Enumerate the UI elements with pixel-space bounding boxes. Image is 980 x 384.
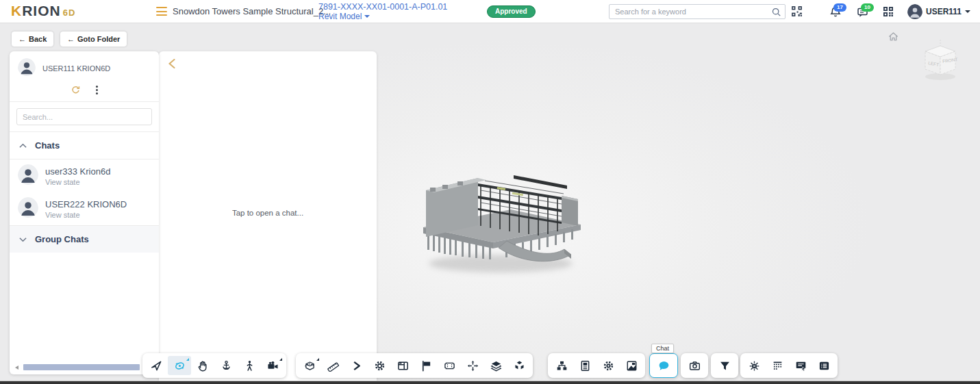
- toolbar-group-screenshot: [681, 353, 708, 378]
- collapse-panel-button[interactable]: [167, 58, 177, 72]
- presentation-tool-button[interactable]: [789, 356, 812, 375]
- chevron-left-icon: [167, 58, 177, 69]
- measure-icon: [327, 360, 339, 372]
- document-number[interactable]: 7891-XXXX-XX01-0001-A-P01.01: [318, 2, 447, 12]
- first-person-tool-button[interactable]: [238, 356, 261, 375]
- messages-count-badge: 10: [861, 3, 874, 12]
- contact-avatar: [18, 164, 38, 188]
- flyout-caret-icon: [186, 358, 189, 361]
- model-tree-tool-button[interactable]: [550, 356, 573, 375]
- contact-avatar: [18, 197, 38, 220]
- move-icon: [467, 360, 479, 372]
- chevron-right-icon: [351, 360, 362, 372]
- caret-down-icon: [364, 15, 370, 18]
- chat-list-panel: USER111 KRION6D Chats user333 Krion6dVie…: [10, 51, 159, 374]
- logo-6d: 6D: [63, 8, 76, 18]
- zoom-anchor-icon: [221, 360, 232, 372]
- refresh-button[interactable]: [71, 85, 81, 95]
- ticket-tool-button[interactable]: [438, 356, 461, 375]
- building-model-3d[interactable]: [410, 157, 594, 283]
- section-chats[interactable]: Chats: [10, 132, 159, 159]
- orbit-tool-button[interactable]: [168, 356, 191, 375]
- window-bottom-edge: [0, 381, 980, 384]
- document-info: 7891-XXXX-XX01-0001-A-P01.01 Revit Model: [318, 2, 447, 21]
- walk-icon: [244, 360, 255, 372]
- report-list-tool-button[interactable]: [812, 356, 835, 375]
- home-view-button[interactable]: [888, 31, 899, 45]
- clash-detection-tool-button[interactable]: [742, 356, 766, 375]
- toolbar-group-model-tools: [296, 353, 533, 378]
- report-list-icon: [818, 360, 830, 372]
- filter-icon: [719, 360, 731, 372]
- preferences-tool-button[interactable]: [596, 356, 620, 375]
- gear-solid-icon: [603, 360, 614, 372]
- search-icon[interactable]: [771, 7, 781, 20]
- toolbar-group-analysis: [740, 353, 838, 378]
- scrollbar-thumb[interactable]: [23, 364, 140, 370]
- app-logo[interactable]: KRION6D: [11, 3, 75, 19]
- scroll-left-icon[interactable]: [15, 366, 18, 370]
- notifications-button[interactable]: 17: [829, 6, 842, 21]
- model-file-name[interactable]: Snowdon Towers Sample Structural_2...: [173, 6, 331, 16]
- properties-tool-button[interactable]: [573, 356, 596, 375]
- view-cube[interactable]: LEFT FRONT: [916, 40, 964, 85]
- chat-tool-button[interactable]: [652, 356, 675, 375]
- document-type-dropdown[interactable]: Revit Model: [318, 12, 447, 21]
- panels-tool-button[interactable]: [391, 356, 414, 375]
- contact-status: View state: [45, 211, 127, 219]
- section-group-chats[interactable]: Group Chats: [10, 225, 159, 253]
- move-tool-button[interactable]: [461, 356, 484, 375]
- krion-app: KRION6D Snowdon Towers Sample Structural…: [0, 0, 980, 384]
- more-options-icon[interactable]: [96, 89, 98, 91]
- goto-folder-button[interactable]: ←Goto Folder: [60, 31, 127, 47]
- home-icon: [888, 31, 899, 42]
- chat-bubble-icon: [658, 360, 670, 372]
- chat-tooltip: Chat: [651, 344, 674, 353]
- camera-tool-button[interactable]: [261, 356, 284, 375]
- explode-tool-button[interactable]: [507, 356, 531, 375]
- layers-icon: [490, 360, 502, 372]
- caret-down-icon: [965, 10, 970, 13]
- gear-outline-icon: [374, 360, 386, 372]
- select-icon: [151, 360, 162, 372]
- qr-grid-icon[interactable]: [882, 5, 894, 21]
- section-box-icon: [304, 360, 316, 372]
- flyout-caret-icon: [279, 358, 282, 361]
- back-button[interactable]: ←Back: [12, 31, 53, 47]
- layers-tool-button[interactable]: [484, 356, 507, 375]
- top-header: KRION6D Snowdon Towers Sample Structural…: [0, 0, 980, 23]
- next-tool-button[interactable]: [344, 356, 368, 375]
- contact-name: USER222 KRION6D: [45, 199, 127, 209]
- chat-list-item[interactable]: user333 Krion6dView state: [10, 159, 159, 192]
- user-name: USER111: [926, 7, 962, 16]
- screenshot-tool-button[interactable]: [683, 356, 706, 375]
- chat-list-item[interactable]: USER222 KRION6DView state: [10, 192, 159, 225]
- pan-tool-button[interactable]: [191, 356, 214, 375]
- owner-name: USER111 KRION6D: [42, 64, 110, 73]
- horizontal-scrollbar[interactable]: [15, 364, 153, 370]
- contact-status: View state: [45, 178, 110, 186]
- zoom-tool-button[interactable]: [214, 356, 238, 375]
- select-tool-button[interactable]: [145, 356, 168, 375]
- hamburger-menu-icon[interactable]: [156, 7, 167, 16]
- chevron-down-icon: [19, 237, 27, 242]
- schedule-tool-button[interactable]: [766, 356, 789, 375]
- chat-window-panel: Tap to open a chat...: [159, 51, 377, 384]
- orbit-icon: [174, 360, 186, 372]
- flag-tool-button[interactable]: [414, 356, 438, 375]
- chat-search-input[interactable]: [16, 108, 152, 125]
- measure-tool-button[interactable]: [321, 356, 344, 375]
- messages-button[interactable]: 10: [857, 6, 869, 21]
- qr-scan-icon[interactable]: [790, 5, 803, 21]
- toolbar-group-chat: [649, 353, 678, 378]
- explode-icon: [514, 360, 525, 372]
- user-menu[interactable]: USER111: [926, 7, 970, 16]
- settings-tool-button[interactable]: [368, 356, 391, 375]
- status-badge: Approved: [487, 5, 536, 18]
- search-input[interactable]: [610, 5, 785, 18]
- filter-tool-button[interactable]: [713, 356, 736, 375]
- user-avatar[interactable]: [907, 4, 922, 22]
- render-tool-button[interactable]: [620, 356, 643, 375]
- render-image-icon: [626, 360, 638, 372]
- section-tool-button[interactable]: [298, 356, 321, 375]
